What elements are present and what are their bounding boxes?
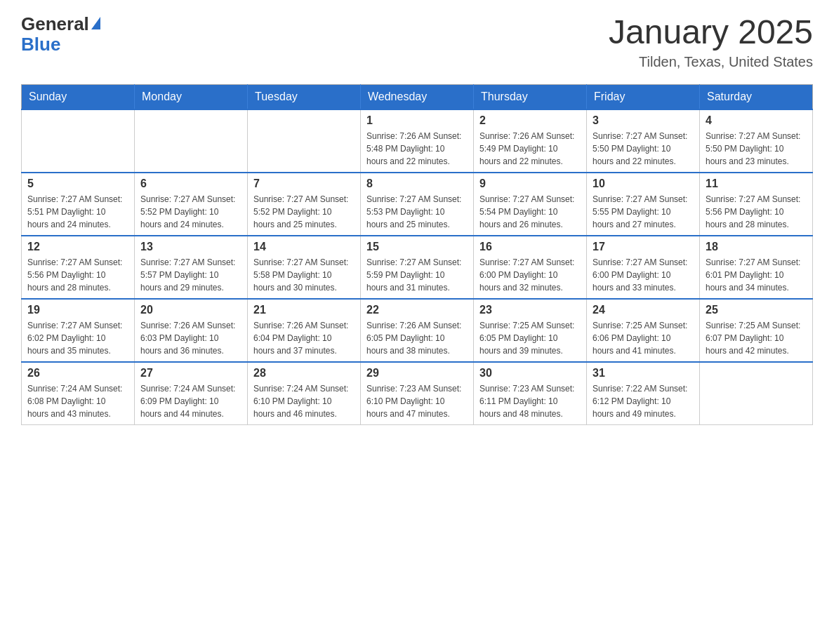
day-info: Sunrise: 7:27 AM Sunset: 5:50 PM Dayligh… xyxy=(706,130,807,168)
calendar-cell: 1Sunrise: 7:26 AM Sunset: 5:48 PM Daylig… xyxy=(361,109,474,173)
day-number: 13 xyxy=(140,241,241,253)
day-info: Sunrise: 7:26 AM Sunset: 5:49 PM Dayligh… xyxy=(479,130,581,168)
logo-blue-text: Blue xyxy=(21,34,60,55)
day-number: 29 xyxy=(366,367,468,380)
day-number: 20 xyxy=(140,304,241,316)
day-number: 6 xyxy=(140,177,241,190)
logo-general-text: General xyxy=(21,14,89,34)
day-number: 9 xyxy=(479,177,581,190)
day-number: 24 xyxy=(593,304,694,316)
calendar-cell xyxy=(700,362,813,425)
day-info: Sunrise: 7:26 AM Sunset: 6:03 PM Dayligh… xyxy=(140,319,241,357)
calendar-week-row: 26Sunrise: 7:24 AM Sunset: 6:08 PM Dayli… xyxy=(22,362,813,425)
day-number: 26 xyxy=(27,367,128,380)
day-info: Sunrise: 7:25 AM Sunset: 6:06 PM Dayligh… xyxy=(593,319,694,357)
calendar-cell: 20Sunrise: 7:26 AM Sunset: 6:03 PM Dayli… xyxy=(135,299,248,362)
day-number: 3 xyxy=(593,114,694,127)
logo: General Blue xyxy=(21,14,100,54)
day-of-week-header: Friday xyxy=(587,84,700,109)
day-number: 30 xyxy=(479,367,581,380)
day-number: 27 xyxy=(140,367,241,380)
day-info: Sunrise: 7:23 AM Sunset: 6:11 PM Dayligh… xyxy=(479,382,581,420)
day-number: 22 xyxy=(366,304,468,316)
calendar-cell: 23Sunrise: 7:25 AM Sunset: 6:05 PM Dayli… xyxy=(474,299,587,362)
day-info: Sunrise: 7:26 AM Sunset: 6:05 PM Dayligh… xyxy=(366,319,468,357)
day-number: 21 xyxy=(253,304,355,316)
day-info: Sunrise: 7:27 AM Sunset: 6:00 PM Dayligh… xyxy=(479,256,581,294)
day-info: Sunrise: 7:25 AM Sunset: 6:07 PM Dayligh… xyxy=(706,319,807,357)
calendar-week-row: 1Sunrise: 7:26 AM Sunset: 5:48 PM Daylig… xyxy=(22,109,813,173)
calendar-week-row: 12Sunrise: 7:27 AM Sunset: 5:56 PM Dayli… xyxy=(22,236,813,299)
day-info: Sunrise: 7:27 AM Sunset: 6:00 PM Dayligh… xyxy=(593,256,694,294)
day-number: 18 xyxy=(706,241,807,253)
day-info: Sunrise: 7:27 AM Sunset: 5:50 PM Dayligh… xyxy=(593,130,694,168)
calendar-cell: 3Sunrise: 7:27 AM Sunset: 5:50 PM Daylig… xyxy=(587,109,700,173)
day-number: 11 xyxy=(706,177,807,190)
day-number: 31 xyxy=(593,367,694,380)
calendar-cell: 2Sunrise: 7:26 AM Sunset: 5:49 PM Daylig… xyxy=(474,109,587,173)
logo-triangle-icon xyxy=(91,17,100,29)
day-of-week-header: Thursday xyxy=(474,84,587,109)
day-number: 1 xyxy=(366,114,468,127)
day-number: 7 xyxy=(253,177,355,190)
calendar-cell: 13Sunrise: 7:27 AM Sunset: 5:57 PM Dayli… xyxy=(135,236,248,299)
day-info: Sunrise: 7:25 AM Sunset: 6:05 PM Dayligh… xyxy=(479,319,581,357)
location: Tilden, Texas, United States xyxy=(609,54,813,70)
calendar-cell: 5Sunrise: 7:27 AM Sunset: 5:51 PM Daylig… xyxy=(22,173,135,236)
day-info: Sunrise: 7:23 AM Sunset: 6:10 PM Dayligh… xyxy=(366,382,468,420)
calendar-week-row: 19Sunrise: 7:27 AM Sunset: 6:02 PM Dayli… xyxy=(22,299,813,362)
page-header: General Blue January 2025 Tilden, Texas,… xyxy=(21,14,813,70)
day-number: 15 xyxy=(366,241,468,253)
calendar-cell: 26Sunrise: 7:24 AM Sunset: 6:08 PM Dayli… xyxy=(22,362,135,425)
calendar-cell: 9Sunrise: 7:27 AM Sunset: 5:54 PM Daylig… xyxy=(474,173,587,236)
day-number: 5 xyxy=(27,177,128,190)
title-section: January 2025 Tilden, Texas, United State… xyxy=(609,14,813,70)
day-info: Sunrise: 7:27 AM Sunset: 5:56 PM Dayligh… xyxy=(706,193,807,231)
calendar-cell: 17Sunrise: 7:27 AM Sunset: 6:00 PM Dayli… xyxy=(587,236,700,299)
day-info: Sunrise: 7:27 AM Sunset: 5:58 PM Dayligh… xyxy=(253,256,355,294)
day-info: Sunrise: 7:27 AM Sunset: 5:55 PM Dayligh… xyxy=(593,193,694,231)
calendar-cell: 30Sunrise: 7:23 AM Sunset: 6:11 PM Dayli… xyxy=(474,362,587,425)
calendar-cell xyxy=(22,109,135,173)
calendar-cell: 12Sunrise: 7:27 AM Sunset: 5:56 PM Dayli… xyxy=(22,236,135,299)
day-info: Sunrise: 7:27 AM Sunset: 5:51 PM Dayligh… xyxy=(27,193,128,231)
day-info: Sunrise: 7:24 AM Sunset: 6:09 PM Dayligh… xyxy=(140,382,241,420)
day-number: 14 xyxy=(253,241,355,253)
day-number: 16 xyxy=(479,241,581,253)
calendar-cell: 24Sunrise: 7:25 AM Sunset: 6:06 PM Dayli… xyxy=(587,299,700,362)
day-info: Sunrise: 7:26 AM Sunset: 6:04 PM Dayligh… xyxy=(253,319,355,357)
calendar-cell: 6Sunrise: 7:27 AM Sunset: 5:52 PM Daylig… xyxy=(135,173,248,236)
calendar-cell: 4Sunrise: 7:27 AM Sunset: 5:50 PM Daylig… xyxy=(700,109,813,173)
day-info: Sunrise: 7:24 AM Sunset: 6:08 PM Dayligh… xyxy=(27,382,128,420)
calendar-table: SundayMondayTuesdayWednesdayThursdayFrid… xyxy=(21,84,813,425)
calendar-cell: 25Sunrise: 7:25 AM Sunset: 6:07 PM Dayli… xyxy=(700,299,813,362)
day-info: Sunrise: 7:27 AM Sunset: 6:01 PM Dayligh… xyxy=(706,256,807,294)
calendar-cell: 29Sunrise: 7:23 AM Sunset: 6:10 PM Dayli… xyxy=(361,362,474,425)
calendar-cell: 27Sunrise: 7:24 AM Sunset: 6:09 PM Dayli… xyxy=(135,362,248,425)
day-info: Sunrise: 7:27 AM Sunset: 5:59 PM Dayligh… xyxy=(366,256,468,294)
day-number: 10 xyxy=(593,177,694,190)
calendar-cell: 28Sunrise: 7:24 AM Sunset: 6:10 PM Dayli… xyxy=(248,362,361,425)
day-number: 2 xyxy=(479,114,581,127)
calendar-cell: 14Sunrise: 7:27 AM Sunset: 5:58 PM Dayli… xyxy=(248,236,361,299)
day-number: 4 xyxy=(706,114,807,127)
calendar-cell: 8Sunrise: 7:27 AM Sunset: 5:53 PM Daylig… xyxy=(361,173,474,236)
calendar-cell: 18Sunrise: 7:27 AM Sunset: 6:01 PM Dayli… xyxy=(700,236,813,299)
day-info: Sunrise: 7:27 AM Sunset: 5:52 PM Dayligh… xyxy=(253,193,355,231)
day-number: 25 xyxy=(706,304,807,316)
day-info: Sunrise: 7:27 AM Sunset: 5:54 PM Dayligh… xyxy=(479,193,581,231)
calendar-cell xyxy=(135,109,248,173)
day-info: Sunrise: 7:27 AM Sunset: 5:57 PM Dayligh… xyxy=(140,256,241,294)
day-number: 12 xyxy=(27,241,128,253)
day-number: 19 xyxy=(27,304,128,316)
day-number: 23 xyxy=(479,304,581,316)
month-title: January 2025 xyxy=(609,14,813,51)
calendar-week-row: 5Sunrise: 7:27 AM Sunset: 5:51 PM Daylig… xyxy=(22,173,813,236)
day-of-week-header: Tuesday xyxy=(248,84,361,109)
calendar-cell: 21Sunrise: 7:26 AM Sunset: 6:04 PM Dayli… xyxy=(248,299,361,362)
day-info: Sunrise: 7:27 AM Sunset: 5:52 PM Dayligh… xyxy=(140,193,241,231)
calendar-cell: 31Sunrise: 7:22 AM Sunset: 6:12 PM Dayli… xyxy=(587,362,700,425)
day-info: Sunrise: 7:24 AM Sunset: 6:10 PM Dayligh… xyxy=(253,382,355,420)
calendar-header-row: SundayMondayTuesdayWednesdayThursdayFrid… xyxy=(22,84,813,109)
calendar-cell: 19Sunrise: 7:27 AM Sunset: 6:02 PM Dayli… xyxy=(22,299,135,362)
